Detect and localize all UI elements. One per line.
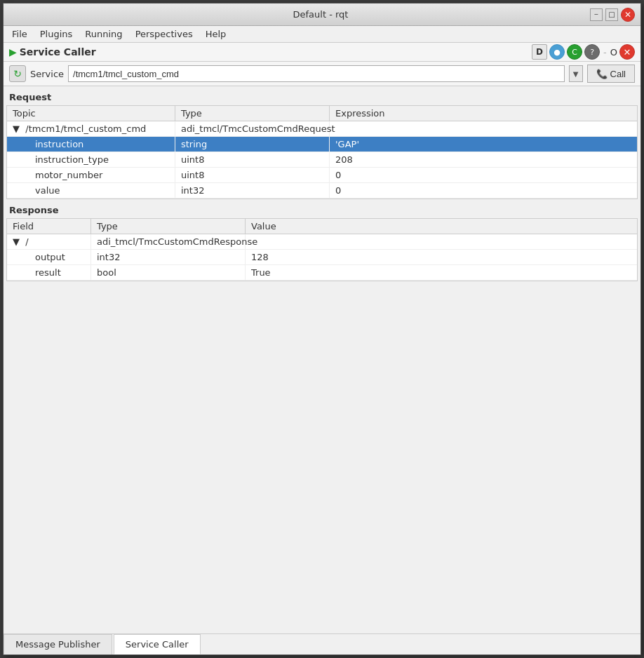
separator-1: -: [603, 47, 607, 58]
menu-help[interactable]: Help: [200, 27, 232, 41]
window-title: Default - rqt: [51, 9, 590, 20]
request-cell-type-4: int32: [175, 183, 330, 198]
table-row[interactable]: instruction_type uint8 208: [7, 152, 637, 168]
request-cell-type-0: adi_tmcl/TmcCustomCmdRequest: [175, 121, 330, 136]
table-row[interactable]: value int32 0: [7, 183, 637, 199]
request-cell-type-1: string: [175, 137, 330, 152]
main-content: Request Topic Type Expression ▼ /tmcm1/t…: [4, 86, 640, 633]
response-table: Field Type Value ▼ / adi_tmcl/TmcCustomC…: [6, 218, 638, 281]
d-button[interactable]: D: [532, 44, 547, 60]
service-input[interactable]: [68, 65, 565, 82]
request-cell-topic-1: instruction: [7, 137, 175, 152]
call-label: Call: [610, 69, 626, 79]
response-cell-field-0: ▼ /: [7, 234, 91, 249]
response-cell-field-1: output: [7, 250, 91, 264]
request-cell-topic-3: motor_number: [7, 168, 175, 182]
request-cell-expr-0: [330, 121, 637, 136]
request-col-expression: Expression: [330, 106, 637, 121]
call-icon: 📞: [596, 69, 608, 79]
menu-running[interactable]: Running: [79, 27, 128, 41]
response-col-field: Field: [7, 219, 91, 234]
table-row: output int32 128: [7, 250, 637, 265]
table-row[interactable]: ▼ /tmcm1/tmcl_custom_cmd adi_tmcl/TmcCus…: [7, 121, 637, 137]
request-cell-topic-2: instruction_type: [7, 152, 175, 167]
tree-arrow-icon: ▼: [13, 123, 20, 134]
tab-service-caller[interactable]: Service Caller: [114, 634, 201, 654]
response-section: Response Field Type Value ▼ / adi_tmcl/T…: [4, 202, 640, 281]
response-col-value: Value: [246, 219, 637, 234]
table-row[interactable]: instruction string 'GAP': [7, 137, 637, 152]
maximize-button[interactable]: □: [605, 8, 618, 21]
record-button[interactable]: ●: [549, 44, 565, 60]
response-cell-type-1: int32: [91, 250, 246, 264]
response-label: Response: [4, 202, 640, 218]
close-plugin-button[interactable]: ✕: [619, 44, 635, 60]
refresh-button[interactable]: ↻: [9, 65, 26, 82]
table-row[interactable]: motor_number uint8 0: [7, 168, 637, 183]
o-label: O: [610, 47, 617, 58]
request-col-topic: Topic: [7, 106, 175, 121]
call-button[interactable]: 📞 Call: [587, 65, 635, 83]
main-window: Default - rqt ─ □ ✕ File Plugins Running…: [3, 3, 641, 655]
request-label: Request: [4, 89, 640, 105]
toolbar-icons: D ● C ? - O ✕: [532, 44, 635, 60]
request-cell-type-2: uint8: [175, 152, 330, 167]
close-button[interactable]: ✕: [621, 8, 635, 22]
menubar: File Plugins Running Perspectives Help: [4, 26, 640, 43]
request-table: Topic Type Expression ▼ /tmcm1/tmcl_cust…: [6, 105, 638, 199]
request-cell-type-3: uint8: [175, 168, 330, 182]
response-table-header: Field Type Value: [7, 219, 637, 234]
tree-arrow-icon: ▼: [13, 236, 20, 247]
menu-file[interactable]: File: [6, 27, 33, 41]
menu-perspectives[interactable]: Perspectives: [130, 27, 199, 41]
request-cell-expr-4[interactable]: 0: [330, 183, 637, 198]
help-button[interactable]: ?: [584, 44, 600, 60]
window-controls: ─ □ ✕: [590, 8, 635, 22]
menu-plugins[interactable]: Plugins: [34, 27, 79, 41]
request-cell-topic-0: ▼ /tmcm1/tmcl_custom_cmd: [7, 121, 175, 136]
response-cell-type-2: bool: [91, 265, 246, 280]
response-col-type: Type: [91, 219, 246, 234]
request-cell-expr-1[interactable]: 'GAP': [330, 137, 637, 152]
play-button[interactable]: C: [567, 44, 582, 60]
response-cell-field-2: result: [7, 265, 91, 280]
plugin-title-area: ▶ Service Caller: [9, 46, 96, 58]
plugin-arrow-icon: ▶: [9, 46, 17, 58]
table-row[interactable]: ▼ / adi_tmcl/TmcCustomCmdResponse: [7, 234, 637, 250]
request-cell-topic-4: value: [7, 183, 175, 198]
minimize-button[interactable]: ─: [590, 8, 603, 21]
service-label: Service: [30, 69, 64, 79]
service-dropdown[interactable]: ▼: [569, 65, 583, 82]
title-bar: Default - rqt ─ □ ✕: [4, 4, 640, 26]
request-cell-expr-3[interactable]: 0: [330, 168, 637, 182]
request-cell-expr-2[interactable]: 208: [330, 152, 637, 167]
request-table-header: Topic Type Expression: [7, 106, 637, 121]
response-cell-value-1: 128: [246, 250, 637, 264]
bottom-tabs: Message Publisher Service Caller: [4, 633, 640, 654]
service-bar: ↻ Service ▼ 📞 Call: [4, 62, 640, 86]
request-section: Request Topic Type Expression ▼ /tmcm1/t…: [4, 89, 640, 199]
plugin-header: ▶ Service Caller D ● C ? - O ✕: [4, 43, 640, 62]
tab-message-publisher[interactable]: Message Publisher: [4, 634, 112, 654]
plugin-title: Service Caller: [20, 46, 96, 58]
table-row: result bool True: [7, 265, 637, 281]
request-col-type: Type: [175, 106, 330, 121]
response-cell-value-2: True: [246, 265, 637, 280]
response-cell-type-0: adi_tmcl/TmcCustomCmdResponse: [91, 234, 246, 249]
response-cell-value-0: [246, 234, 637, 249]
